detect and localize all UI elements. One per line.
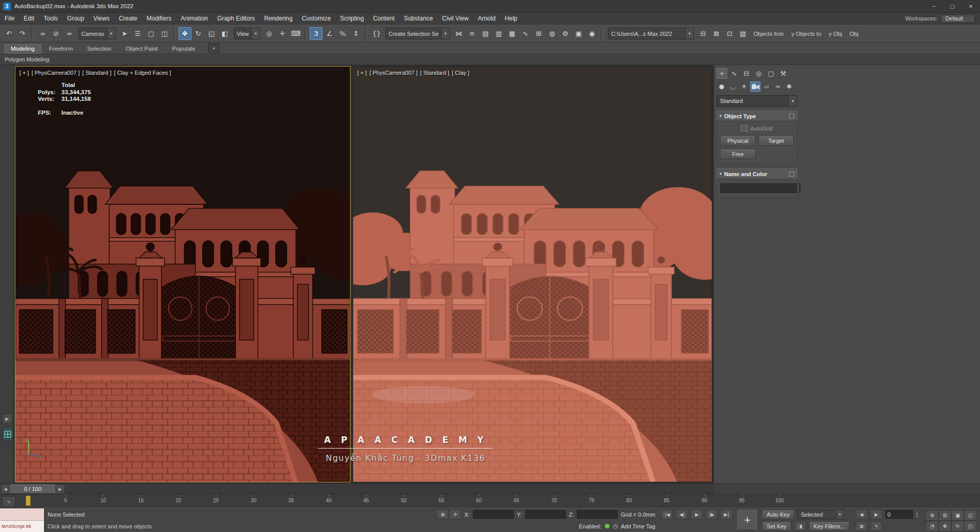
play-button[interactable]: ▶ (691, 509, 703, 519)
viewport-left-label-part-2[interactable]: [ Standard ] (82, 70, 112, 76)
workspaces-dropdown[interactable]: Default (941, 14, 975, 23)
menu-tools[interactable]: Tools (39, 13, 62, 24)
docked-label-3[interactable]: y Obj (825, 31, 846, 37)
rendered-frame-window-icon[interactable]: ▣ (572, 27, 585, 40)
autogrid-checkbox[interactable] (741, 125, 748, 132)
frame-spinner[interactable]: ▴▾ (916, 512, 918, 518)
ribbon-minimize-icon[interactable]: ▾ (208, 44, 220, 53)
select-and-link-icon[interactable]: ∞ (36, 27, 49, 40)
menu-content[interactable]: Content (368, 13, 399, 24)
window-crossing-icon[interactable]: ◫ (158, 27, 171, 40)
selection-lock-icon[interactable]: ⊠ (437, 509, 448, 519)
systems-category-icon[interactable]: ✱ (784, 81, 794, 92)
select-and-place-icon[interactable]: ◧ (219, 27, 231, 40)
use-pivot-center-icon[interactable]: ◎ (263, 27, 275, 40)
menu-scripting[interactable]: Scripting (335, 13, 368, 24)
key-filters-button[interactable]: Key Filters... (809, 521, 850, 531)
viewport-left-label-part-1[interactable]: [ PhysCamera007 ] (32, 70, 80, 76)
maxscript-listener-field[interactable]: MAXScript Mi (0, 521, 44, 532)
timeline-ruler-scale[interactable]: 0510152025303540455055606570758085909510… (28, 495, 779, 508)
docked-label-2[interactable]: y Objects to (788, 31, 824, 37)
time-tag-clock-icon[interactable]: ◷ (613, 523, 618, 529)
zoom-icon[interactable]: ⊕ (926, 510, 939, 521)
camera-type-target-button[interactable]: Target (758, 135, 794, 146)
key-selection-dropdown[interactable]: Selected ▾ (797, 509, 844, 519)
bind-to-space-warp-icon[interactable]: ≈ (63, 27, 76, 40)
zoom-region-icon[interactable]: ◱ (964, 510, 977, 521)
close-button[interactable]: ✕ (962, 0, 980, 12)
time-slider-next-button[interactable]: ▶ (56, 484, 64, 494)
frame-back-arrow-icon[interactable]: ◀ (856, 509, 867, 519)
undo-icon[interactable]: ↶ (3, 27, 15, 40)
toggle-scene-explorer-icon[interactable]: ▤ (479, 27, 492, 40)
menu-rendering[interactable]: Rendering (259, 13, 297, 24)
previous-frame-button[interactable]: ◀| (676, 509, 688, 519)
schematic-view-icon[interactable]: ⊞ (532, 27, 545, 40)
lights-category-icon[interactable]: ☀ (739, 81, 749, 92)
go-to-end-button[interactable]: ▶| (721, 509, 732, 519)
go-to-start-button[interactable]: |◀ (661, 509, 673, 519)
viewport-left-label-part-0[interactable]: [ + ] (19, 70, 29, 76)
time-slider-thumb[interactable]: 0 / 100 (10, 484, 55, 494)
name-and-color-rollout-header[interactable]: ▾ Name and Color (716, 168, 797, 179)
object-color-swatch[interactable] (799, 183, 800, 193)
create-tab[interactable]: + (716, 68, 727, 79)
select-and-manipulate-icon[interactable]: ✛ (276, 27, 289, 40)
viewport-left[interactable]: [ + ][ PhysCamera007 ][ Standard ][ Clay… (15, 66, 351, 482)
docked-tool-icon-1[interactable]: ⊟ (696, 27, 709, 40)
ribbon-tab-populate[interactable]: Populate (165, 44, 202, 54)
rectangular-selection-region-icon[interactable]: ▢ (145, 27, 158, 40)
isolate-selection-icon[interactable]: ✎ (870, 521, 882, 531)
modify-tab[interactable]: ∿ (729, 68, 739, 79)
display-tab[interactable]: ▢ (766, 68, 776, 79)
percent-snap-icon[interactable]: % (336, 27, 349, 40)
create-key-button[interactable]: + (737, 510, 757, 530)
redo-icon[interactable]: ↷ (16, 27, 29, 40)
pan-view-icon[interactable]: ✥ (939, 521, 951, 531)
field-of-view-icon[interactable]: ◔ (926, 521, 939, 531)
frame-forward-arrow-icon[interactable]: ▶ (870, 509, 882, 519)
spinner-snap-icon[interactable]: ↕ (350, 27, 362, 40)
expand-tray-button[interactable]: ▶ (2, 414, 12, 424)
material-editor-icon[interactable]: ◍ (546, 27, 558, 40)
menu-modifiers[interactable]: Modifiers (142, 13, 176, 24)
time-slider-track[interactable] (65, 484, 714, 494)
docked-label-4[interactable]: Obj (846, 31, 862, 37)
unlink-selection-icon[interactable]: ⊘ (50, 27, 62, 40)
render-production-icon[interactable]: ◉ (585, 27, 598, 40)
ribbon-tab-selection[interactable]: Selection (80, 44, 118, 54)
viewport-layout-tabs-icon[interactable] (2, 427, 13, 441)
docked-tool-icon-3[interactable]: ⊡ (723, 27, 736, 40)
ribbon-tab-modeling[interactable]: Modeling (4, 44, 41, 54)
render-setup-icon[interactable]: ⚙ (559, 27, 572, 40)
space-warps-category-icon[interactable]: ≈ (773, 81, 783, 92)
zoom-extents-icon[interactable]: ▣ (951, 510, 964, 521)
keyboard-shortcut-override-icon[interactable]: ⌨ (289, 27, 302, 40)
mini-curve-editor-button[interactable]: ∿ (2, 496, 15, 507)
viewport-left-label-part-3[interactable]: [ Clay + Edged Faces ] (114, 70, 171, 76)
select-and-rotate-icon[interactable]: ↻ (192, 27, 205, 40)
menu-group[interactable]: Group (62, 13, 89, 24)
menu-animation[interactable]: Animation (176, 13, 212, 24)
menu-civil-view[interactable]: Civil View (438, 13, 473, 24)
current-frame-input[interactable] (885, 510, 913, 519)
viewport-right-label-part-0[interactable]: [ + ] (357, 70, 367, 76)
hierarchy-tab[interactable]: ⊟ (741, 68, 752, 79)
edit-named-selection-sets-icon[interactable]: {} (370, 27, 383, 40)
utilities-tab[interactable]: ⚒ (778, 68, 789, 79)
viewport-right[interactable]: [ + ][ PhysCamera007 ][ Standard ][ Clay… (353, 66, 712, 482)
cameras-category-icon[interactable] (750, 81, 760, 92)
key-mode-toggle-icon[interactable]: ◨ (794, 521, 806, 531)
auto-key-button[interactable]: Auto Key (762, 509, 794, 519)
menu-graph-editors[interactable]: Graph Editors (212, 13, 259, 24)
object-category-dropdown[interactable]: Standard ▾ (716, 95, 797, 107)
ribbon-tab-freeform[interactable]: Freeform (42, 44, 80, 54)
viewport-right-label-part-1[interactable]: [ PhysCamera007 ] (369, 70, 418, 76)
helpers-category-icon[interactable]: ▱ (761, 81, 772, 92)
polygon-modeling-panel[interactable]: Polygon Modeling (5, 56, 49, 62)
time-slider-marker[interactable] (26, 496, 31, 506)
maximize-button[interactable]: ▢ (943, 0, 962, 12)
orbit-camera-icon[interactable]: ↻ (951, 521, 964, 531)
menu-file[interactable]: File (0, 13, 19, 24)
toggle-layer-explorer-icon[interactable]: ▥ (492, 27, 505, 40)
